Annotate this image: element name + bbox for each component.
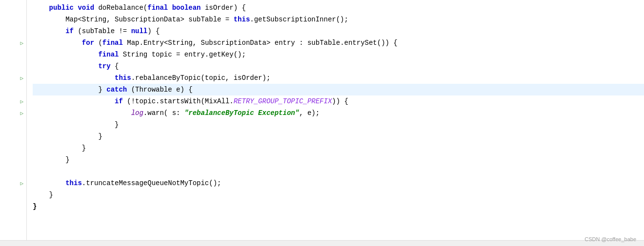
code-token <box>74 2 78 14</box>
code-token: } <box>33 154 70 166</box>
code-line: this.rebalanceByTopic(topic, isOrder); <box>33 72 644 84</box>
code-token: catch <box>106 84 127 95</box>
code-line: public void doRebalance(final boolean is… <box>33 2 644 14</box>
gutter-icon <box>0 189 23 201</box>
code-token <box>33 177 65 189</box>
code-token <box>33 60 98 72</box>
code-token: )) { <box>332 95 348 107</box>
code-line: if (!topic.startsWith(MixAll.RETRY_GROUP… <box>33 95 644 107</box>
code-token: isOrder) { <box>201 2 246 14</box>
code-token: this <box>234 14 250 25</box>
code-line <box>33 166 644 177</box>
code-token <box>33 25 65 37</box>
code-token: ( <box>94 37 102 49</box>
code-token <box>33 72 115 84</box>
code-token: for <box>82 37 94 49</box>
code-line: Map<String, SubscriptionData> subTable =… <box>33 14 644 25</box>
code-line: } catch (Throwable e) { <box>33 84 644 95</box>
gutter-icon: ▷ <box>0 107 23 119</box>
gutter-icon: ▷ <box>0 37 23 49</box>
code-area: ▷▷▷▷▷ public void doRebalance(final bool… <box>0 0 644 240</box>
gutter-icon <box>0 131 23 142</box>
gutter-icon: ▷ <box>0 72 23 84</box>
gutter-icon <box>0 201 23 212</box>
code-line: if (subTable != null) { <box>33 25 644 37</box>
gutter-icon <box>0 84 23 95</box>
gutter-icon <box>0 14 23 25</box>
code-token <box>33 107 131 119</box>
code-line: this.truncateMessageQueueNotMyTopic(); <box>33 177 644 189</box>
gutter-icon <box>0 142 23 154</box>
code-line: } <box>33 119 644 131</box>
scrollbar-bottom[interactable] <box>0 240 644 246</box>
code-token: } <box>33 142 86 154</box>
code-token: log <box>131 107 143 119</box>
gutter-icon <box>0 119 23 131</box>
code-line: } <box>33 142 644 154</box>
code-line: } <box>33 201 644 212</box>
code-token: } <box>33 84 106 95</box>
code-token: try <box>98 60 110 72</box>
code-token: final <box>147 2 168 14</box>
code-token: } <box>33 189 53 201</box>
code-token: , e); <box>299 107 320 119</box>
code-token: } <box>33 201 37 212</box>
code-token: if <box>65 25 74 37</box>
watermark: CSDN @coffee_babe <box>584 236 636 242</box>
gutter-icon <box>0 2 23 14</box>
code-token: "rebalanceByTopic Exception" <box>184 107 299 119</box>
code-token: (!topic.startsWith(MixAll. <box>123 95 234 107</box>
code-token: .warn( s: <box>143 107 184 119</box>
gutter-icon <box>0 166 23 177</box>
editor-container: ▷▷▷▷▷ public void doRebalance(final bool… <box>0 0 644 246</box>
code-token <box>33 37 82 49</box>
code-line: for (final Map.Entry<String, Subscriptio… <box>33 37 644 49</box>
code-token: void <box>78 2 94 14</box>
code-lines: public void doRebalance(final boolean is… <box>27 0 644 240</box>
code-token: Map<String, SubscriptionData> subTable = <box>33 14 234 25</box>
gutter-icon <box>0 49 23 60</box>
code-token: .truncateMessageQueueNotMyTopic(); <box>82 177 221 189</box>
code-token: .rebalanceByTopic(topic, isOrder); <box>131 72 271 84</box>
code-line: } <box>33 131 644 142</box>
code-token: (Throwable e) { <box>127 84 192 95</box>
code-token: doRebalance( <box>94 2 147 14</box>
code-token: public <box>49 2 74 14</box>
code-line: try { <box>33 60 644 72</box>
gutter-icon <box>0 25 23 37</box>
code-token: ) { <box>147 25 160 37</box>
code-token: { <box>111 60 119 72</box>
code-token: boolean <box>172 2 201 14</box>
code-token: .getSubscriptionInner(); <box>250 14 348 25</box>
gutter-icon: ▷ <box>0 95 23 107</box>
code-token: } <box>33 119 119 131</box>
code-token: (subTable != <box>74 25 131 37</box>
code-line: } <box>33 189 644 201</box>
code-token: this <box>115 72 131 84</box>
code-token: Map.Entry<String, SubscriptionData> entr… <box>123 37 398 49</box>
gutter: ▷▷▷▷▷ <box>0 0 27 240</box>
code-token: String topic = entry.getKey(); <box>119 49 245 60</box>
code-token <box>33 2 49 14</box>
code-line: log.warn( s: "rebalanceByTopic Exception… <box>33 107 644 119</box>
gutter-icon: ▷ <box>0 177 23 189</box>
code-token <box>33 95 115 107</box>
gutter-icon <box>0 154 23 166</box>
gutter-icon <box>0 60 23 72</box>
code-line: } <box>33 154 644 166</box>
code-token <box>168 2 172 14</box>
code-token: RETRY_GROUP_TOPIC_PREFIX <box>234 95 332 107</box>
code-line: final String topic = entry.getKey(); <box>33 49 644 60</box>
code-token: final <box>102 37 123 49</box>
code-token: this <box>65 177 82 189</box>
code-token: if <box>115 95 123 107</box>
code-token: } <box>33 131 102 142</box>
code-token: final <box>98 49 119 60</box>
code-token <box>33 49 98 60</box>
code-token: null <box>131 25 148 37</box>
